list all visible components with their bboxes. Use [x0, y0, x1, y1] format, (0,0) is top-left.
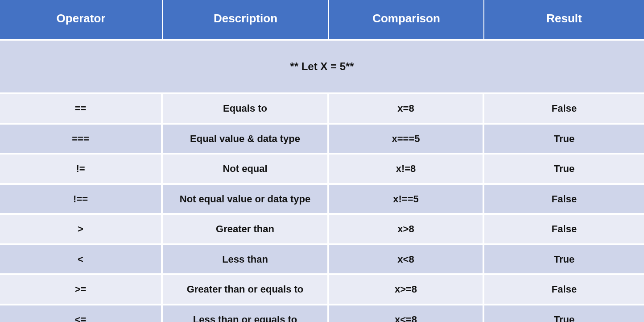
cell-description: Not equal value or data type — [163, 185, 329, 215]
cell-result: False — [484, 185, 644, 215]
cell-comparison: x>=8 — [329, 275, 484, 305]
cell-operator: >= — [0, 275, 163, 305]
table-row: != Not equal x!=8 True — [0, 155, 644, 185]
cell-comparison: x<8 — [329, 245, 484, 276]
cell-description: Equals to — [163, 94, 329, 125]
cell-result: False — [484, 275, 644, 305]
cell-description: Equal value & data type — [163, 125, 329, 155]
cell-operator: <= — [0, 305, 163, 322]
cell-comparison: x!=8 — [329, 155, 484, 185]
comparison-operators-table: Operator Description Comparison Result *… — [0, 0, 644, 322]
cell-result: True — [484, 125, 644, 155]
table-row: > Greater than x>8 False — [0, 215, 644, 245]
cell-comparison: x=8 — [329, 94, 484, 125]
cell-description: Greater than or equals to — [163, 275, 329, 305]
cell-description: Less than — [163, 245, 329, 276]
table-row: <= Less than or equals to x<=8 True — [0, 305, 644, 322]
cell-comparison: x===5 — [329, 125, 484, 155]
cell-comparison: x>8 — [329, 215, 484, 245]
cell-result: True — [484, 305, 644, 322]
table-row: >= Greater than or equals to x>=8 False — [0, 275, 644, 305]
cell-result: False — [484, 94, 644, 125]
cell-description: Greater than — [163, 215, 329, 245]
cell-comparison: x<=8 — [329, 305, 484, 322]
cell-operator: === — [0, 125, 163, 155]
col-header-operator: Operator — [0, 0, 163, 41]
assumption-row: ** Let X = 5** — [0, 41, 644, 94]
cell-operator: < — [0, 245, 163, 276]
col-header-comparison: Comparison — [329, 0, 484, 41]
cell-result: False — [484, 215, 644, 245]
cell-comparison: x!==5 — [329, 185, 484, 215]
table-header-row: Operator Description Comparison Result — [0, 0, 644, 41]
table-row: == Equals to x=8 False — [0, 94, 644, 125]
table-row: !== Not equal value or data type x!==5 F… — [0, 185, 644, 215]
assumption-text: ** Let X = 5** — [0, 41, 644, 94]
cell-operator: != — [0, 155, 163, 185]
cell-operator: == — [0, 94, 163, 125]
cell-description: Less than or equals to — [163, 305, 329, 322]
cell-operator: > — [0, 215, 163, 245]
cell-description: Not equal — [163, 155, 329, 185]
col-header-result: Result — [484, 0, 644, 41]
table-row: < Less than x<8 True — [0, 245, 644, 276]
cell-operator: !== — [0, 185, 163, 215]
table-row: === Equal value & data type x===5 True — [0, 125, 644, 155]
cell-result: True — [484, 155, 644, 185]
cell-result: True — [484, 245, 644, 276]
col-header-description: Description — [163, 0, 329, 41]
